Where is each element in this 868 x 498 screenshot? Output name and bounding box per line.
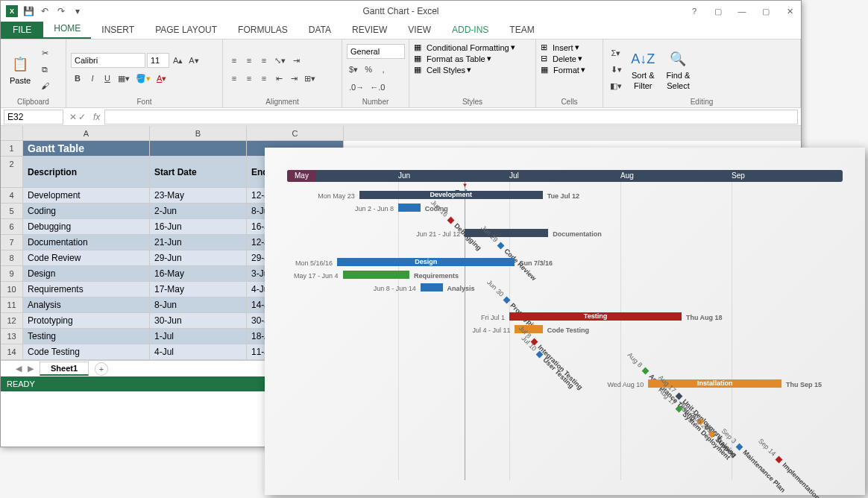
row-header[interactable]: 13 xyxy=(1,329,23,344)
indent-dec-icon[interactable]: ⇤ xyxy=(272,71,286,86)
cell[interactable]: 30-Jun xyxy=(150,313,247,329)
grow-font-icon[interactable]: A▴ xyxy=(171,53,185,68)
cell-styles-button[interactable]: Cell Styles xyxy=(427,66,465,75)
shrink-font-icon[interactable]: A▾ xyxy=(186,53,201,68)
help-icon[interactable]: ? xyxy=(686,4,702,19)
row-header[interactable]: 2 xyxy=(1,157,23,188)
cell[interactable]: Testing xyxy=(23,329,150,344)
cell[interactable]: 16-Jun xyxy=(150,219,247,235)
row-header[interactable]: 14 xyxy=(1,344,23,360)
view-tab[interactable]: VIEW xyxy=(397,21,441,39)
copy-icon[interactable]: ⧉ xyxy=(38,62,51,77)
format-cells-button[interactable]: Format xyxy=(553,66,579,75)
align-top-icon[interactable]: ≡ xyxy=(227,53,241,68)
sort-filter-button[interactable]: A↓Z Sort & Filter xyxy=(627,42,659,96)
cut-icon[interactable]: ✂ xyxy=(38,45,51,60)
wrap-text-icon[interactable]: ⇥ xyxy=(289,53,303,68)
paste-button[interactable]: 📋 Paste xyxy=(5,42,35,96)
comma-icon[interactable]: , xyxy=(377,62,390,77)
select-all-corner[interactable] xyxy=(1,126,23,141)
row-header[interactable]: 6 xyxy=(1,219,23,235)
align-bottom-icon[interactable]: ≡ xyxy=(257,53,271,68)
align-center-icon[interactable]: ≡ xyxy=(242,71,256,86)
row-header[interactable]: 1 xyxy=(1,141,23,157)
bold-button[interactable]: B xyxy=(71,71,84,86)
insert-tab[interactable]: INSERT xyxy=(91,21,145,39)
format-table-button[interactable]: Format as Table xyxy=(427,54,485,63)
row-header[interactable]: 10 xyxy=(1,282,23,297)
cell[interactable]: 1-Jul xyxy=(150,329,247,344)
inc-decimal-icon[interactable]: .0→ xyxy=(347,80,366,95)
sheet-tab[interactable]: Sheet1 xyxy=(40,362,89,376)
cell[interactable]: Coding xyxy=(23,204,150,219)
delete-cells-button[interactable]: Delete xyxy=(553,54,576,63)
row-header[interactable]: 4 xyxy=(1,188,23,204)
insert-cells-button[interactable]: Insert xyxy=(553,43,573,52)
indent-inc-icon[interactable]: ⇥ xyxy=(287,71,301,86)
clear-icon[interactable]: ◧▾ xyxy=(608,78,624,93)
dec-decimal-icon[interactable]: ←.0 xyxy=(368,80,387,95)
row-header[interactable]: 11 xyxy=(1,297,23,313)
border-icon[interactable]: ▦▾ xyxy=(116,71,132,86)
qat-dropdown-icon[interactable]: ▾ xyxy=(71,4,84,18)
ribbon-options-icon[interactable]: ▢ xyxy=(710,4,726,19)
page-layout-tab[interactable]: PAGE LAYOUT xyxy=(145,21,227,39)
cell[interactable]: 21-Jun xyxy=(150,235,247,250)
cell[interactable]: Documentation xyxy=(23,235,150,250)
cell[interactable]: Analysis xyxy=(23,297,150,313)
team-tab[interactable]: TEAM xyxy=(499,21,544,39)
add-sheet-icon[interactable]: + xyxy=(95,362,108,376)
cell[interactable]: 8-Jun xyxy=(150,297,247,313)
font-color-icon[interactable]: A▾ xyxy=(154,71,169,86)
review-tab[interactable]: REVIEW xyxy=(342,21,397,39)
cell[interactable]: 23-May xyxy=(150,188,247,204)
cell[interactable]: Code Testing xyxy=(23,344,150,360)
enter-formula-icon[interactable]: ✓ xyxy=(78,112,86,122)
underline-button[interactable]: U xyxy=(101,71,114,86)
cell[interactable]: Debugging xyxy=(23,219,150,235)
redo-icon[interactable]: ↷ xyxy=(54,4,68,18)
sheet-nav-next-icon[interactable]: ▶ xyxy=(28,364,34,374)
font-name-input[interactable] xyxy=(71,53,145,68)
cell[interactable]: Requirements xyxy=(23,282,150,297)
font-size-input[interactable] xyxy=(147,53,169,68)
addins-tab[interactable]: ADD-INS xyxy=(441,21,499,39)
cell[interactable]: Development xyxy=(23,188,150,204)
align-right-icon[interactable]: ≡ xyxy=(257,71,271,86)
cell[interactable]: 2-Jun xyxy=(150,204,247,219)
sheet-nav-prev-icon[interactable]: ◀ xyxy=(16,364,22,374)
home-tab[interactable]: HOME xyxy=(43,19,91,39)
cell[interactable]: Description xyxy=(23,157,150,188)
format-painter-icon[interactable]: 🖌 xyxy=(38,78,51,93)
cell[interactable]: Start Date xyxy=(150,157,247,188)
data-tab[interactable]: DATA xyxy=(298,21,342,39)
autosum-icon[interactable]: Σ▾ xyxy=(608,45,624,60)
merge-icon[interactable]: ⊞▾ xyxy=(302,71,318,86)
cond-format-button[interactable]: Conditional Formatting xyxy=(427,43,509,52)
cancel-formula-icon[interactable]: ✕ xyxy=(69,112,77,122)
currency-icon[interactable]: $▾ xyxy=(347,62,360,77)
align-middle-icon[interactable]: ≡ xyxy=(242,53,256,68)
formulas-tab[interactable]: FORMULAS xyxy=(227,21,298,39)
cell[interactable]: Gantt Table xyxy=(23,141,150,157)
fill-color-icon[interactable]: 🪣▾ xyxy=(133,71,153,86)
cell[interactable]: 17-May xyxy=(150,282,247,297)
save-icon[interactable]: 💾 xyxy=(22,4,35,18)
maximize-icon[interactable]: ▢ xyxy=(758,4,774,19)
cell[interactable]: Design xyxy=(23,266,150,282)
row-header[interactable]: 8 xyxy=(1,250,23,266)
name-box[interactable]: E32 xyxy=(4,110,63,125)
formula-input[interactable] xyxy=(104,110,798,125)
col-header-c[interactable]: C xyxy=(247,126,344,141)
align-left-icon[interactable]: ≡ xyxy=(227,71,241,86)
orientation-icon[interactable]: ⤡▾ xyxy=(272,53,288,68)
row-header[interactable]: 7 xyxy=(1,235,23,250)
number-format-input[interactable] xyxy=(347,44,405,59)
file-tab[interactable]: FILE xyxy=(1,21,43,39)
fill-icon[interactable]: ⬇▾ xyxy=(608,62,624,77)
cell[interactable]: Prototyping xyxy=(23,313,150,329)
row-header[interactable]: 12 xyxy=(1,313,23,329)
row-header[interactable]: 9 xyxy=(1,266,23,282)
col-header-b[interactable]: B xyxy=(150,126,247,141)
minimize-icon[interactable]: — xyxy=(734,4,750,19)
